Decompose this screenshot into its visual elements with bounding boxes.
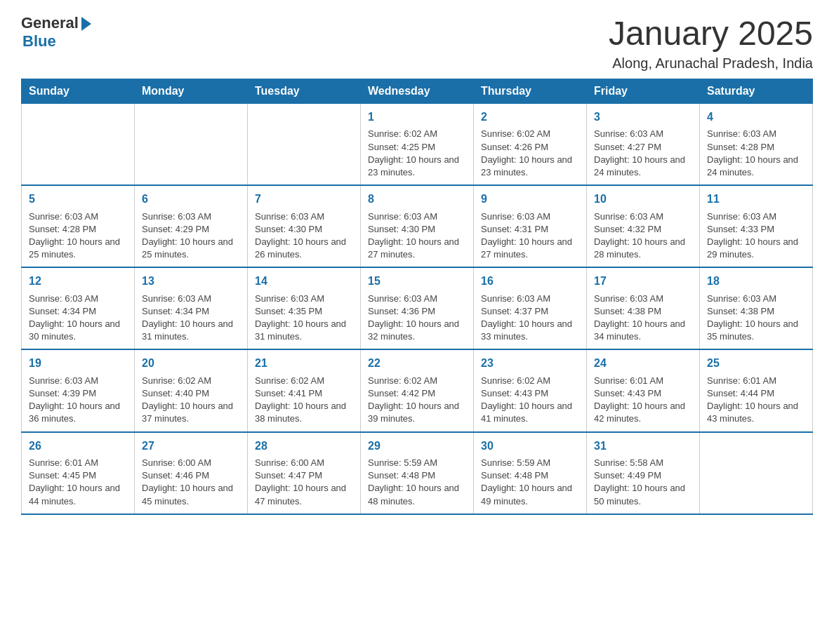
day-number: 12 <box>29 274 127 289</box>
calendar-week-row: 19Sunrise: 6:03 AM Sunset: 4:39 PM Dayli… <box>22 349 813 431</box>
day-info: Sunrise: 6:03 AM Sunset: 4:29 PM Dayligh… <box>142 210 240 262</box>
calendar-cell: 26Sunrise: 6:01 AM Sunset: 4:45 PM Dayli… <box>22 432 135 514</box>
day-info: Sunrise: 6:03 AM Sunset: 4:30 PM Dayligh… <box>255 210 353 262</box>
calendar-cell: 23Sunrise: 6:02 AM Sunset: 4:43 PM Dayli… <box>474 349 587 431</box>
calendar-cell: 22Sunrise: 6:02 AM Sunset: 4:42 PM Dayli… <box>361 349 474 431</box>
calendar-cell: 13Sunrise: 6:03 AM Sunset: 4:34 PM Dayli… <box>135 267 248 349</box>
day-info: Sunrise: 6:03 AM Sunset: 4:34 PM Dayligh… <box>29 293 127 344</box>
day-info: Sunrise: 6:03 AM Sunset: 4:37 PM Dayligh… <box>481 293 579 344</box>
day-number: 3 <box>594 109 692 125</box>
calendar-cell: 15Sunrise: 6:03 AM Sunset: 4:36 PM Dayli… <box>361 267 474 349</box>
location-title: Along, Arunachal Pradesh, India <box>609 55 813 72</box>
title-section: January 2025 Along, Arunachal Pradesh, I… <box>609 14 813 72</box>
day-info: Sunrise: 6:01 AM Sunset: 4:43 PM Dayligh… <box>594 375 692 426</box>
calendar-cell: 27Sunrise: 6:00 AM Sunset: 4:46 PM Dayli… <box>135 432 248 514</box>
calendar-cell: 9Sunrise: 6:03 AM Sunset: 4:31 PM Daylig… <box>474 185 587 267</box>
calendar-cell: 21Sunrise: 6:02 AM Sunset: 4:41 PM Dayli… <box>248 349 361 431</box>
calendar-cell: 25Sunrise: 6:01 AM Sunset: 4:44 PM Dayli… <box>700 349 813 431</box>
day-info: Sunrise: 6:00 AM Sunset: 4:47 PM Dayligh… <box>255 457 353 508</box>
calendar-cell: 7Sunrise: 6:03 AM Sunset: 4:30 PM Daylig… <box>248 185 361 267</box>
day-number: 6 <box>142 192 240 207</box>
day-number: 16 <box>481 274 579 289</box>
day-number: 19 <box>29 356 127 371</box>
calendar-week-row: 12Sunrise: 6:03 AM Sunset: 4:34 PM Dayli… <box>22 267 813 349</box>
day-info: Sunrise: 5:58 AM Sunset: 4:49 PM Dayligh… <box>594 457 692 508</box>
calendar-week-row: 1Sunrise: 6:02 AM Sunset: 4:25 PM Daylig… <box>22 104 813 186</box>
calendar-cell <box>22 104 135 186</box>
calendar-cell <box>700 432 813 514</box>
day-info: Sunrise: 6:03 AM Sunset: 4:35 PM Dayligh… <box>255 293 353 344</box>
calendar-cell: 12Sunrise: 6:03 AM Sunset: 4:34 PM Dayli… <box>22 267 135 349</box>
calendar-cell: 2Sunrise: 6:02 AM Sunset: 4:26 PM Daylig… <box>474 104 587 186</box>
day-info: Sunrise: 5:59 AM Sunset: 4:48 PM Dayligh… <box>481 457 579 508</box>
day-number: 22 <box>368 356 466 371</box>
day-info: Sunrise: 6:03 AM Sunset: 4:38 PM Dayligh… <box>594 293 692 344</box>
day-info: Sunrise: 6:00 AM Sunset: 4:46 PM Dayligh… <box>142 457 240 508</box>
day-number: 23 <box>481 356 579 371</box>
day-number: 1 <box>368 109 466 125</box>
weekday-header-thursday: Thursday <box>474 79 587 104</box>
calendar-cell: 4Sunrise: 6:03 AM Sunset: 4:28 PM Daylig… <box>700 104 813 186</box>
calendar-cell: 14Sunrise: 6:03 AM Sunset: 4:35 PM Dayli… <box>248 267 361 349</box>
day-number: 18 <box>707 274 805 289</box>
day-info: Sunrise: 6:03 AM Sunset: 4:39 PM Dayligh… <box>29 375 127 426</box>
day-info: Sunrise: 6:03 AM Sunset: 4:32 PM Dayligh… <box>594 210 692 262</box>
day-info: Sunrise: 6:01 AM Sunset: 4:44 PM Dayligh… <box>707 375 805 426</box>
month-title: January 2025 <box>609 14 813 53</box>
day-number: 28 <box>255 438 353 454</box>
day-info: Sunrise: 6:03 AM Sunset: 4:31 PM Dayligh… <box>481 210 579 262</box>
weekday-header-monday: Monday <box>135 79 248 104</box>
logo: General Blue <box>21 14 91 51</box>
day-info: Sunrise: 6:02 AM Sunset: 4:42 PM Dayligh… <box>368 375 466 426</box>
calendar-header-row: SundayMondayTuesdayWednesdayThursdayFrid… <box>22 79 813 104</box>
calendar-cell <box>248 104 361 186</box>
day-number: 9 <box>481 192 579 207</box>
calendar-cell: 16Sunrise: 6:03 AM Sunset: 4:37 PM Dayli… <box>474 267 587 349</box>
calendar-cell: 30Sunrise: 5:59 AM Sunset: 4:48 PM Dayli… <box>474 432 587 514</box>
day-info: Sunrise: 6:03 AM Sunset: 4:27 PM Dayligh… <box>594 128 692 179</box>
day-number: 14 <box>255 274 353 289</box>
day-number: 31 <box>594 438 692 454</box>
calendar-cell: 19Sunrise: 6:03 AM Sunset: 4:39 PM Dayli… <box>22 349 135 431</box>
day-info: Sunrise: 6:03 AM Sunset: 4:30 PM Dayligh… <box>368 210 466 262</box>
day-info: Sunrise: 6:02 AM Sunset: 4:40 PM Dayligh… <box>142 375 240 426</box>
day-number: 15 <box>368 274 466 289</box>
calendar-table: SundayMondayTuesdayWednesdayThursdayFrid… <box>21 79 813 515</box>
calendar-cell: 18Sunrise: 6:03 AM Sunset: 4:38 PM Dayli… <box>700 267 813 349</box>
calendar-cell: 10Sunrise: 6:03 AM Sunset: 4:32 PM Dayli… <box>587 185 700 267</box>
day-info: Sunrise: 6:03 AM Sunset: 4:28 PM Dayligh… <box>29 210 127 262</box>
logo-blue-text: Blue <box>22 32 56 51</box>
calendar-cell: 1Sunrise: 6:02 AM Sunset: 4:25 PM Daylig… <box>361 104 474 186</box>
day-number: 7 <box>255 192 353 207</box>
calendar-cell: 31Sunrise: 5:58 AM Sunset: 4:49 PM Dayli… <box>587 432 700 514</box>
day-number: 5 <box>29 192 127 207</box>
day-number: 13 <box>142 274 240 289</box>
calendar-cell: 20Sunrise: 6:02 AM Sunset: 4:40 PM Dayli… <box>135 349 248 431</box>
day-number: 8 <box>368 192 466 207</box>
day-number: 27 <box>142 438 240 454</box>
calendar-cell: 6Sunrise: 6:03 AM Sunset: 4:29 PM Daylig… <box>135 185 248 267</box>
calendar-week-row: 5Sunrise: 6:03 AM Sunset: 4:28 PM Daylig… <box>22 185 813 267</box>
day-info: Sunrise: 6:02 AM Sunset: 4:43 PM Dayligh… <box>481 375 579 426</box>
day-number: 20 <box>142 356 240 371</box>
logo-general-text: General <box>21 14 79 32</box>
day-info: Sunrise: 6:02 AM Sunset: 4:26 PM Dayligh… <box>481 128 579 179</box>
day-number: 11 <box>707 192 805 207</box>
day-info: Sunrise: 6:02 AM Sunset: 4:25 PM Dayligh… <box>368 128 466 179</box>
calendar-week-row: 26Sunrise: 6:01 AM Sunset: 4:45 PM Dayli… <box>22 432 813 514</box>
weekday-header-wednesday: Wednesday <box>361 79 474 104</box>
day-number: 29 <box>368 438 466 454</box>
day-info: Sunrise: 6:01 AM Sunset: 4:45 PM Dayligh… <box>29 457 127 508</box>
day-info: Sunrise: 6:03 AM Sunset: 4:33 PM Dayligh… <box>707 210 805 262</box>
calendar-cell: 17Sunrise: 6:03 AM Sunset: 4:38 PM Dayli… <box>587 267 700 349</box>
weekday-header-sunday: Sunday <box>22 79 135 104</box>
day-info: Sunrise: 6:03 AM Sunset: 4:28 PM Dayligh… <box>707 128 805 179</box>
day-info: Sunrise: 6:03 AM Sunset: 4:34 PM Dayligh… <box>142 293 240 344</box>
logo-arrow-icon <box>81 17 91 31</box>
day-number: 17 <box>594 274 692 289</box>
calendar-cell: 28Sunrise: 6:00 AM Sunset: 4:47 PM Dayli… <box>248 432 361 514</box>
weekday-header-friday: Friday <box>587 79 700 104</box>
day-number: 2 <box>481 109 579 125</box>
calendar-cell: 8Sunrise: 6:03 AM Sunset: 4:30 PM Daylig… <box>361 185 474 267</box>
day-number: 24 <box>594 356 692 371</box>
